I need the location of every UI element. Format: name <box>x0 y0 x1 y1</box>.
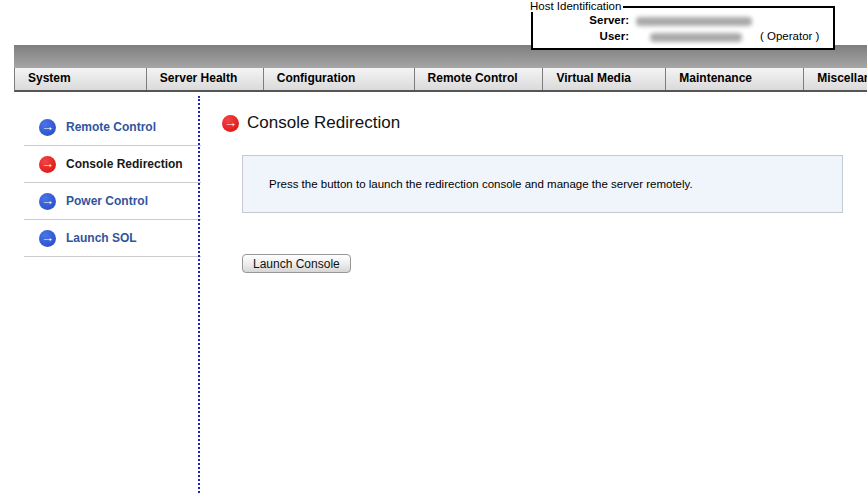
arrow-right-icon: → <box>39 230 56 247</box>
sidebar-item-label: Launch SOL <box>66 231 137 245</box>
page-title: Console Redirection <box>247 113 400 133</box>
arrow-right-icon: → <box>39 119 56 136</box>
operator-role-note: ( Operator ) <box>760 30 819 42</box>
tab-system[interactable]: System <box>15 68 147 90</box>
tab-remote-control[interactable]: Remote Control <box>415 68 544 90</box>
info-box: Press the button to launch the redirecti… <box>242 155 843 213</box>
launch-console-button[interactable]: Launch Console <box>242 254 351 273</box>
arrow-right-icon: → <box>222 115 239 132</box>
console-redirection-page: Host Identification Server: User: ( Oper… <box>0 0 867 493</box>
sidebar-content-divider <box>198 96 200 493</box>
server-label: Server: <box>533 14 629 26</box>
sidebar-item-label: Console Redirection <box>66 157 183 171</box>
sidebar-item-label: Power Control <box>66 194 148 208</box>
arrow-right-icon: → <box>39 193 56 210</box>
tab-miscellaneous[interactable]: Miscellaneous <box>804 68 867 90</box>
sidebar-item-power-control[interactable]: → Power Control <box>24 183 201 220</box>
tab-maintenance[interactable]: Maintenance <box>666 68 804 90</box>
sidebar-item-label: Remote Control <box>66 120 156 134</box>
page-heading: → Console Redirection <box>222 113 400 133</box>
sidebar-menu: → Remote Control → Console Redirection →… <box>24 109 201 257</box>
server-value-redacted <box>636 17 752 26</box>
arrow-right-icon: → <box>39 156 56 173</box>
tab-server-health[interactable]: Server Health <box>147 68 264 90</box>
tab-configuration[interactable]: Configuration <box>264 68 415 90</box>
main-nav-tabbar: System Server Health Configuration Remot… <box>14 68 867 92</box>
tab-virtual-media[interactable]: Virtual Media <box>543 68 666 90</box>
host-identification-legend: Host Identification <box>528 0 623 12</box>
sidebar-item-launch-sol[interactable]: → Launch SOL <box>24 220 201 257</box>
sidebar-item-console-redirection[interactable]: → Console Redirection <box>24 146 201 183</box>
sidebar-item-remote-control[interactable]: → Remote Control <box>24 109 201 146</box>
user-label: User: <box>533 30 629 42</box>
info-text: Press the button to launch the redirecti… <box>269 178 693 190</box>
host-identification-panel: Host Identification Server: User: ( Oper… <box>531 6 835 50</box>
user-value-redacted <box>650 33 742 42</box>
